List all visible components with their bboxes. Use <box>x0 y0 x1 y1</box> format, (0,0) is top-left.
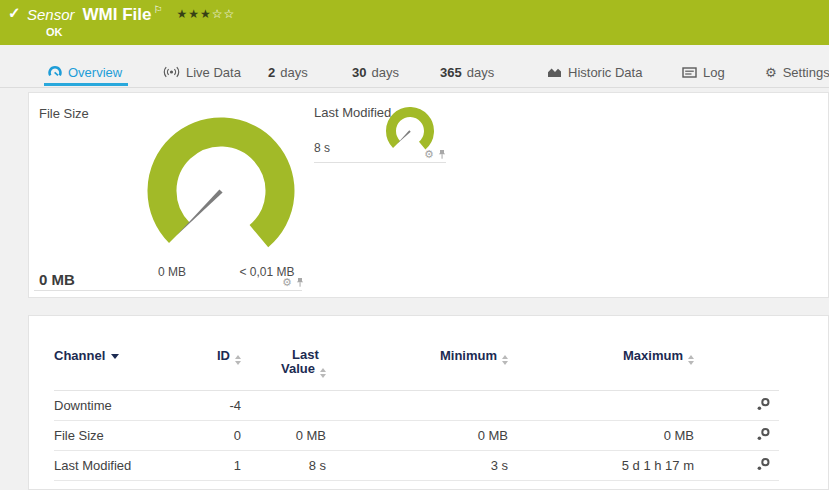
channel-settings-icon[interactable] <box>756 457 771 472</box>
channel-maximum: 5 d 1 h 17 m <box>508 458 694 473</box>
channel-table-header: Channel ID Last Value Minimum Maximum <box>54 348 779 391</box>
priority-stars-filled[interactable]: ★★★ <box>176 7 211 21</box>
channel-last-value: 0 MB <box>241 428 326 443</box>
channel-id: 1 <box>164 458 241 473</box>
sensor-status-banner: ✓ SensorWMI File⚐★★★☆☆ OK <box>0 0 829 45</box>
column-header-channel[interactable]: Channel <box>54 348 164 363</box>
column-header-minimum[interactable]: Minimum <box>326 348 508 365</box>
area-chart-icon <box>547 66 562 78</box>
live-data-icon <box>163 66 180 78</box>
tab-days-number: 30 <box>352 65 366 80</box>
channel-settings-icon[interactable] <box>756 427 771 442</box>
file-size-current-value: 0 MB <box>39 271 75 288</box>
tab-overview[interactable]: Overview <box>48 57 122 87</box>
last-modified-gauge-tools: ⚙ <box>424 149 447 160</box>
tab-live-data[interactable]: Live Data <box>163 57 241 87</box>
tab-days-number: 2 <box>268 65 275 80</box>
tab-365-days[interactable]: 365 days <box>440 57 494 87</box>
file-size-gauge-min-label: 0 MB <box>142 265 202 279</box>
channel-minimum: 3 s <box>326 458 508 473</box>
priority-stars-empty[interactable]: ☆☆ <box>212 7 236 21</box>
last-modified-widget-title: Last Modified <box>314 105 391 120</box>
table-row: Downtime -4 <box>54 391 779 421</box>
channel-maximum: 0 MB <box>508 428 694 443</box>
flag-icon[interactable]: ⚐ <box>153 4 162 15</box>
sensor-title-line: SensorWMI File⚐★★★☆☆ <box>27 4 235 25</box>
channel-name[interactable]: File Size <box>54 428 164 443</box>
table-row: File Size 0 0 MB 0 MB 0 MB <box>54 421 779 451</box>
file-size-gauge <box>141 115 301 265</box>
tab-2-days[interactable]: 2 days <box>268 57 308 87</box>
table-row: Last Modified 1 8 s 3 s 5 d 1 h 17 m <box>54 451 779 481</box>
column-header-id[interactable]: ID <box>164 348 241 365</box>
file-size-widget-title: File Size <box>39 106 89 121</box>
status-badge: OK <box>46 26 63 38</box>
gear-icon: ⚙ <box>765 66 777 79</box>
column-header-maximum[interactable]: Maximum <box>508 348 694 365</box>
channel-name[interactable]: Last Modified <box>54 458 164 473</box>
pin-icon[interactable] <box>295 277 305 288</box>
last-modified-widget-divider <box>314 162 446 163</box>
file-size-gauge-tools: ⚙ <box>282 277 305 288</box>
sensor-title: WMI File <box>83 5 152 24</box>
last-modified-current-value: 8 s <box>314 141 330 155</box>
sort-icon <box>320 368 326 378</box>
overview-panel: File Size 0 MB < 0,01 MB 0 MB ⚙ Last Mod… <box>28 92 829 298</box>
file-size-widget-divider <box>34 290 302 291</box>
ok-check-icon: ✓ <box>8 4 21 22</box>
tab-label: Overview <box>68 65 122 80</box>
channel-sort-dropdown-icon <box>111 354 119 359</box>
tab-label: Historic Data <box>568 65 642 80</box>
sensor-kind-label: Sensor <box>27 6 75 23</box>
tab-label: days <box>467 65 494 80</box>
channel-minimum: 0 MB <box>326 428 508 443</box>
channel-settings-icon[interactable] <box>756 397 771 412</box>
channel-name[interactable]: Downtime <box>54 398 164 413</box>
channel-id: -4 <box>164 398 241 413</box>
tab-days-number: 365 <box>440 65 462 80</box>
tab-30-days[interactable]: 30 days <box>352 57 399 87</box>
gauge-icon <box>48 65 62 79</box>
channel-last-value: 8 s <box>241 458 326 473</box>
channel-table: Channel ID Last Value Minimum Maximum Do… <box>54 348 779 481</box>
log-icon <box>682 67 697 78</box>
tab-log[interactable]: Log <box>682 57 725 87</box>
tab-bar: Overview Live Data 2 days 30 days 365 da… <box>0 57 829 88</box>
tab-label: days <box>280 65 307 80</box>
tab-historic-data[interactable]: Historic Data <box>547 57 642 87</box>
channel-id: 0 <box>164 428 241 443</box>
tab-label: days <box>371 65 398 80</box>
pin-icon[interactable] <box>437 149 447 160</box>
column-header-last-value[interactable]: Last Value <box>241 348 326 378</box>
tab-label: Live Data <box>186 65 241 80</box>
channel-table-panel: Channel ID Last Value Minimum Maximum Do… <box>28 315 829 490</box>
gauge-settings-gear-icon[interactable]: ⚙ <box>282 277 292 288</box>
sort-icon <box>688 355 694 365</box>
tab-label: Settings <box>783 65 829 80</box>
tab-label: Log <box>703 65 725 80</box>
gauge-settings-gear-icon[interactable]: ⚙ <box>424 149 434 160</box>
tab-settings[interactable]: ⚙ Settings <box>765 57 829 87</box>
